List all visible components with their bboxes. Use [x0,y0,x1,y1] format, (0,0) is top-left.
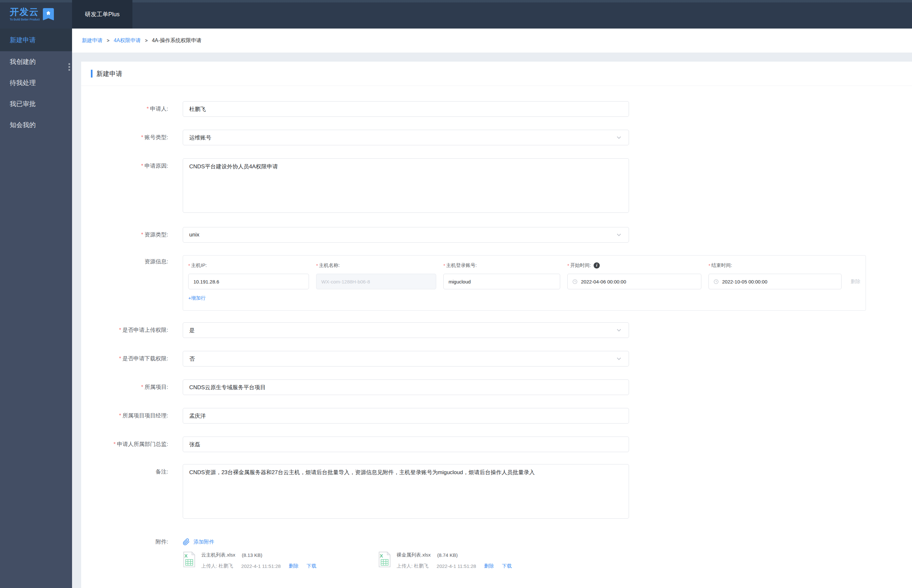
host-ip-input[interactable] [188,274,309,289]
upload-permission-select[interactable]: 是 [183,322,629,338]
start-time-column: *开始时间: i 2022-04-06 00:00:00 [567,262,701,289]
attachment-file-size: (8.13 KB) [242,552,262,558]
sidebar-item-cc-to-me[interactable]: 知会我的 [0,115,72,136]
resource-type-select[interactable]: unix [183,227,629,242]
host-ip-column: *主机IP: [188,262,309,289]
brand-name: 开发云 [10,8,40,16]
row-account-type: *账号类型: 运维账号 [81,130,912,145]
end-time-value: 2022-10-05 00:00:00 [722,279,767,284]
start-time-value: 2022-04-06 00:00:00 [581,279,626,284]
sidebar-item-label: 我已审批 [10,100,36,108]
svg-text:X: X [380,553,383,559]
applicant-input[interactable] [183,101,629,117]
start-time-picker[interactable]: 2022-04-06 00:00:00 [567,274,701,289]
title-accent-bar [91,70,92,78]
remark-textarea[interactable]: CNDS资源，23台裸金属服务器和27台云主机，烦请后台批量导入，资源信息见附件… [183,464,629,519]
chevron-down-icon [616,134,622,141]
end-time-column: *结束时间: 2022-10-05 00:00:00 [708,262,842,289]
download-permission-select[interactable]: 否 [183,351,629,367]
attachment-upload-time: 2022-4-1 11:51:28 [437,563,476,569]
applicant-label: *申请人: [81,101,183,117]
attachment-file-name[interactable]: 裸金属列表.xlsx [397,552,431,558]
row-download-permission: *是否申请下载权限: 否 [81,351,912,367]
host-name-column: *主机名称: [316,262,436,289]
add-attachment-link[interactable]: 添加附件 [193,539,214,546]
required-mark: * [567,263,569,268]
tab-rd-workorder-plus[interactable]: 研发工单Plus [72,0,133,29]
sidebar-item-label: 新建申请 [10,36,36,44]
chevron-down-icon [616,355,622,362]
brand-logo[interactable]: 开发云 To Build Better Product [0,0,72,29]
required-mark: * [141,384,143,390]
download-permission-label: *是否申请下载权限: [81,351,183,367]
sidebar-resize-handle[interactable] [68,63,70,71]
end-time-label: *结束时间: [708,262,842,268]
required-mark: * [443,263,445,268]
main-area: 新建申请 > 4A权限申请 > 4A-操作系统权限申请 新建申请 [72,29,912,588]
department-director-input[interactable] [183,436,629,452]
page-title: 新建申请 [96,69,122,78]
form-card: 新建申请 *申请人: [81,61,912,588]
breadcrumb-current-page: 4A-操作系统权限申请 [152,37,202,44]
brand-tagline: To Build Better Product [10,18,40,21]
row-department-director: *申请人所属部门总监: [81,436,912,452]
sidebar: 新建申请 我创建的 待我处理 我已审批 知会我的 [0,29,72,588]
breadcrumb-link-4a-permission[interactable]: 4A权限申请 [113,37,141,44]
attachment-item: X 裸金属列表.xlsx [378,551,573,569]
project-label: *所属项目: [81,380,183,395]
required-mark: * [316,263,318,268]
breadcrumb-link-new-application[interactable]: 新建申请 [82,37,102,44]
upload-permission-label: *是否申请上传权限: [81,322,183,338]
reason-label: *申请原因: [81,158,183,214]
row-applicant: *申请人: [81,101,912,117]
content-area: 新建申请 *申请人: [72,53,912,588]
attachment-delete-link[interactable]: 删除 [289,563,299,569]
required-mark: * [141,231,143,238]
login-account-input[interactable] [443,274,560,289]
sidebar-item-pending-for-me[interactable]: 待我处理 [0,72,72,94]
sidebar-item-new-application[interactable]: 新建申请 [0,29,72,51]
card-header: 新建申请 [81,61,912,86]
attachment-download-link[interactable]: 下载 [502,563,512,569]
row-resource-type: *资源类型: unix [81,227,912,242]
account-type-label: *账号类型: [81,130,183,145]
attachment-download-link[interactable]: 下载 [307,563,316,569]
sidebar-item-label: 待我处理 [10,79,36,87]
row-remark: 备注: CNDS资源，23台裸金属服务器和27台云主机，烦请后台批量导入，资源信… [81,464,912,520]
resource-info-label: 资源信息: [81,255,183,311]
chevron-down-icon [616,231,622,238]
info-icon[interactable]: i [594,262,600,268]
required-mark: * [141,134,143,141]
row-actions-column: 删除 [849,262,860,289]
required-mark: * [119,327,121,333]
required-mark: * [141,163,143,169]
delete-resource-row-link[interactable]: 删除 [850,274,860,289]
row-upload-permission: *是否申请上传权限: 是 [81,322,912,338]
attachment-delete-link[interactable]: 删除 [484,563,494,569]
home-badge-icon [43,8,54,21]
reason-textarea[interactable]: CNDS平台建设外协人员4A权限申请 [183,158,629,213]
excel-file-icon: X [183,551,196,567]
breadcrumb-separator: > [107,38,109,43]
sidebar-item-created-by-me[interactable]: 我创建的 [0,51,72,72]
department-director-label: *申请人所属部门总监: [81,436,183,452]
host-name-label: *主机名称: [316,262,436,268]
resource-info-box: *主机IP: *主机名称: [183,255,866,311]
start-time-label: *开始时间: i [567,262,701,268]
project-input[interactable] [183,380,629,395]
chevron-down-icon [616,326,622,334]
attachment-list: X 云主机列表.xlsx [183,551,912,579]
sidebar-item-approved-by-me[interactable]: 我已审批 [0,94,72,115]
end-time-picker[interactable]: 2022-10-05 00:00:00 [708,274,842,289]
project-manager-input[interactable] [183,408,629,423]
attachment-uploader: 上传人: 杜鹏飞 [201,563,233,569]
tab-label: 研发工单Plus [85,10,120,18]
add-resource-row-link[interactable]: +增加行 [188,295,206,301]
required-mark: * [147,106,149,112]
required-mark: * [119,412,121,419]
host-ip-label: *主机IP: [188,262,309,268]
attachment-file-name[interactable]: 云主机列表.xlsx [201,552,235,558]
account-type-select[interactable]: 运维账号 [183,130,629,145]
row-reason: *申请原因: CNDS平台建设外协人员4A权限申请 [81,158,912,214]
paperclip-icon [183,538,190,546]
